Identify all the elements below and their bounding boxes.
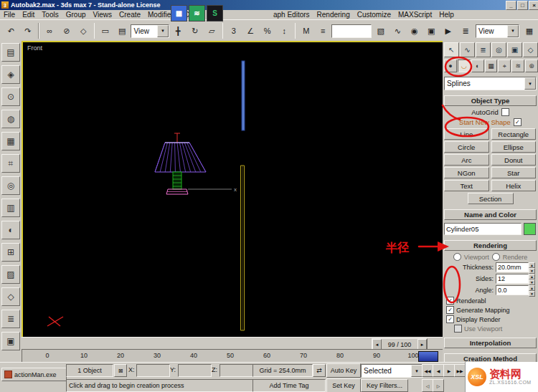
angle-field[interactable]: 0.0 [496, 285, 529, 295]
tab-display[interactable]: ▣ [507, 42, 522, 57]
text-button[interactable]: Text [444, 180, 489, 191]
rectangle-button[interactable]: Rectangle [491, 128, 537, 140]
rollout-name-and-color[interactable]: Name and Color [444, 209, 537, 220]
unlink-icon[interactable]: ⊘ [58, 22, 75, 39]
rollout-object-type[interactable]: Object Type [444, 95, 537, 106]
viewport-label[interactable]: Front [27, 44, 42, 52]
add-time-tag[interactable]: Add Time Tag [253, 379, 326, 392]
frame-display[interactable]: 99 / 100 [382, 339, 417, 350]
next-key-icon[interactable]: ▷ [433, 379, 444, 392]
renderer-radio[interactable] [492, 253, 500, 261]
tab-hierarchy[interactable]: ≣ [476, 42, 491, 57]
menu-item-edit[interactable]: Edit [19, 11, 38, 19]
auto-key-button[interactable]: Auto Key [326, 363, 361, 378]
next-frame-icon[interactable]: ► [417, 339, 427, 350]
left-tool-icon-10[interactable]: ⊞ [1, 243, 20, 262]
curve-editor-icon[interactable]: ∿ [390, 22, 406, 39]
section-button[interactable]: Section [468, 193, 514, 204]
named-selection-field[interactable] [331, 24, 372, 38]
ellipse-button[interactable]: Ellipse [491, 141, 537, 153]
viewport-radio[interactable] [453, 253, 461, 261]
x-coordinate-field[interactable] [136, 364, 170, 377]
quick-render-icon[interactable]: ▶ [440, 22, 457, 39]
percent-snap-icon[interactable]: % [259, 22, 275, 39]
menu-item-file[interactable]: File [0, 11, 19, 19]
left-tool-icon-2[interactable]: ◈ [1, 65, 20, 84]
circle-button[interactable]: Circle [444, 141, 489, 153]
y-coordinate-field[interactable] [178, 364, 212, 377]
left-tool-icon-12[interactable]: ◇ [1, 287, 20, 306]
named-sets-icon[interactable]: ≣ [457, 22, 474, 39]
go-to-start-icon[interactable]: ◀◀ [422, 364, 433, 377]
mirror-icon[interactable]: M [298, 22, 314, 39]
left-tool-icon-3[interactable]: ⊙ [1, 87, 20, 106]
scale-icon[interactable]: ▱ [204, 22, 220, 39]
prev-frame-icon[interactable]: ◄ [372, 339, 382, 350]
play-icon[interactable]: ▶ [443, 364, 455, 377]
chevron-down-icon[interactable]: ▼ [524, 77, 536, 90]
menu-item-group[interactable]: Group [62, 11, 90, 19]
move-icon[interactable]: ╋ [170, 22, 187, 39]
menu-item-graph-editors[interactable]: aph Editors [270, 11, 313, 19]
layer-manager-icon[interactable]: ▧ [372, 22, 389, 39]
offset-mode-icon[interactable]: ⇄ [313, 364, 326, 377]
close-button[interactable]: × [529, 1, 538, 10]
menu-item-tools[interactable]: Tools [38, 11, 62, 19]
display-render-checkbox[interactable]: ✓ [446, 315, 454, 323]
start-new-shape-checkbox[interactable]: ✓ [514, 118, 522, 126]
key-filters-button[interactable]: Key Filters... [361, 379, 408, 392]
snap-toggle-icon[interactable]: 3 [225, 22, 242, 39]
material-editor-icon[interactable]: ◉ [407, 22, 423, 39]
left-tool-icon-5[interactable]: ▦ [1, 132, 20, 150]
spline-type-dropdown[interactable]: Splines ▼ [444, 77, 537, 90]
previous-key-icon[interactable]: ◁ [422, 379, 433, 392]
key-filter-dropdown[interactable]: Selected ▼ [361, 364, 423, 378]
rollout-interpolation[interactable]: Interpolation [444, 338, 537, 348]
tab-modify[interactable]: ∿ [460, 42, 475, 57]
coord-system-dropdown[interactable]: View ▼ [131, 24, 169, 38]
tab-utilities[interactable]: ◇ [523, 42, 538, 57]
menu-item-views[interactable]: Views [90, 11, 116, 19]
left-tool-icon-7[interactable]: ◎ [1, 176, 20, 195]
set-key-button[interactable]: Set Key [326, 378, 361, 392]
ngon-button[interactable]: NGon [444, 167, 489, 178]
menu-item-create[interactable]: Create [115, 11, 144, 19]
tab-create[interactable]: ↖ [444, 42, 459, 57]
tab-motion[interactable]: ◎ [491, 42, 506, 57]
category-systems[interactable]: ⊛ [525, 59, 538, 72]
render-type-dropdown[interactable]: View ▼ [476, 24, 519, 38]
chevron-down-icon[interactable]: ▼ [411, 365, 423, 377]
category-cameras[interactable]: ▦ [485, 59, 498, 72]
spinner-snap-icon[interactable]: ↕ [276, 22, 293, 39]
chevron-down-icon[interactable]: ▼ [157, 25, 169, 37]
renderable-checkbox[interactable]: ✓ [446, 297, 454, 305]
previous-frame-icon[interactable]: ◀ [433, 364, 444, 377]
left-tool-icon-1[interactable]: ▤ [1, 43, 20, 62]
angle-spinner[interactable]: ▲▼ [529, 285, 535, 295]
thickness-spinner[interactable]: ▲▼ [529, 262, 535, 272]
helix-button[interactable]: Helix [491, 180, 537, 191]
align-icon[interactable]: ≡ [315, 22, 331, 39]
yellow-cylinder-spline[interactable] [241, 166, 245, 330]
rotate-icon[interactable]: ↻ [187, 22, 203, 39]
use-viewport-checkbox[interactable] [454, 325, 462, 333]
menu-item-help[interactable]: Help [435, 11, 458, 19]
category-spacewarps[interactable]: ≋ [511, 59, 524, 72]
rollout-rendering[interactable]: Rendering [444, 240, 537, 251]
angle-snap-icon[interactable]: ∠ [242, 22, 259, 39]
lamp-stand[interactable] [173, 172, 181, 189]
sides-spinner[interactable]: ▲▼ [529, 274, 535, 284]
arc-button[interactable]: Arc [444, 154, 489, 166]
render-scene-icon[interactable]: ▣ [423, 22, 440, 39]
menu-item-customize[interactable]: Customize [354, 11, 395, 19]
bind-spacewarp-icon[interactable]: ◇ [75, 22, 92, 39]
blue-spline-object[interactable] [242, 61, 245, 130]
left-tool-icon-8[interactable]: ▥ [1, 199, 20, 217]
category-shapes[interactable]: ◡ [458, 59, 471, 72]
generate-mapping-checkbox[interactable]: ✓ [446, 306, 454, 314]
track-bar[interactable]: 0 10 20 30 40 50 60 70 80 90 100 [22, 349, 444, 363]
left-tool-icon-4[interactable]: ◍ [1, 110, 20, 128]
category-geometry[interactable]: ● [444, 59, 457, 72]
left-tool-icon-13[interactable]: ≣ [1, 310, 20, 328]
left-tool-icon-9[interactable]: ◐ [1, 221, 20, 239]
